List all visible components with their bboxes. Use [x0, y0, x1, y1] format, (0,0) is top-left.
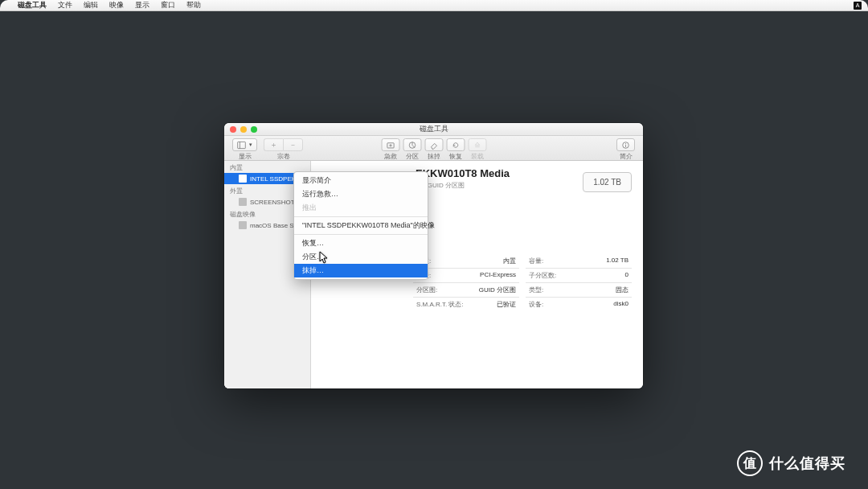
- zoom-button[interactable]: [251, 126, 257, 133]
- toolbar-label: 简介: [620, 152, 633, 161]
- menubar-item[interactable]: 文件: [58, 0, 72, 10]
- disk-subtitle: 盘 · GUID 分区图: [416, 181, 510, 190]
- ctx-restore[interactable]: 恢复…: [294, 236, 428, 250]
- cursor-icon: [319, 251, 329, 264]
- info-value: GUID 分区图: [479, 286, 516, 294]
- context-menu: 显示简介 运行急救… 推出 "INTEL SSDPEKKW010T8 Media…: [293, 171, 428, 280]
- first-aid-button[interactable]: [381, 138, 399, 151]
- disk-icon: [239, 198, 247, 206]
- restore-button[interactable]: [446, 138, 465, 151]
- toolbar: ▾ 显示 ＋ － 宗卷 急救 分区 抹掉 恢复 装载 简介: [224, 136, 643, 161]
- erase-button[interactable]: [424, 138, 443, 151]
- disk-utility-window: 磁盘工具 ▾ 显示 ＋ － 宗卷 急救 分区 抹掉 恢复 装载 简介: [224, 123, 643, 388]
- ctx-eject: 推出: [294, 201, 428, 215]
- svg-point-5: [625, 143, 626, 144]
- disk-icon: [239, 175, 247, 183]
- menubar-item[interactable]: 窗口: [161, 0, 175, 10]
- disk-info-table: 位置:内置 连接:PCI-Express 分区图:GUID 分区图 S.M.A.…: [413, 254, 632, 311]
- partition-button[interactable]: [403, 138, 421, 151]
- info-value: 1.02 TB: [606, 257, 628, 265]
- close-button[interactable]: [230, 126, 236, 133]
- disk-title: EKKW010T8 Media: [416, 167, 510, 179]
- system-menubar: 磁盘工具 文件 编辑 映像 显示 窗口 帮助 A: [0, 0, 868, 11]
- menubar-app[interactable]: 磁盘工具: [18, 0, 47, 10]
- toolbar-label: 急救: [384, 152, 397, 161]
- first-aid-icon: [386, 141, 395, 150]
- menubar-item[interactable]: 编辑: [84, 0, 98, 10]
- sidebar-icon: [237, 141, 246, 150]
- ctx-get-info[interactable]: 显示简介: [294, 174, 428, 187]
- watermark: 值 什么值得买: [737, 450, 845, 476]
- svg-rect-0: [238, 142, 246, 148]
- toolbar-label: 显示: [239, 152, 252, 161]
- minimize-button[interactable]: [240, 126, 247, 133]
- toolbar-label: 恢复: [449, 152, 462, 161]
- toolbar-label: 抹掉: [428, 152, 440, 161]
- info-key: 分区图:: [416, 286, 437, 294]
- watermark-badge: 值: [737, 450, 763, 476]
- sidebar-item-label: SCREENSHOT: [250, 199, 295, 206]
- titlebar[interactable]: 磁盘工具: [224, 123, 643, 136]
- view-button[interactable]: ▾: [232, 138, 257, 151]
- info-value: disk0: [613, 300, 628, 309]
- toolbar-view-group: ▾ 显示: [232, 138, 257, 161]
- menubar-item[interactable]: 映像: [109, 0, 124, 10]
- menubar-item[interactable]: 显示: [135, 0, 149, 10]
- info-key: 子分区数:: [529, 271, 556, 280]
- info-key: S.M.A.R.T. 状态:: [416, 300, 464, 309]
- remove-volume-button[interactable]: －: [283, 138, 303, 151]
- toolbar-label: 分区: [406, 152, 419, 161]
- ctx-separator: [294, 234, 428, 235]
- pie-icon: [407, 141, 416, 150]
- info-button[interactable]: [616, 138, 635, 151]
- erase-icon: [429, 141, 438, 150]
- info-value: PCI-Express: [480, 271, 516, 280]
- restore-icon: [451, 141, 460, 150]
- toolbar-label: 装载: [471, 152, 484, 161]
- info-key: 容量:: [529, 257, 543, 265]
- info-value: 固态: [616, 286, 628, 294]
- info-icon: [621, 141, 630, 150]
- add-volume-button[interactable]: ＋: [264, 138, 283, 151]
- ctx-partition[interactable]: 分区…: [294, 250, 428, 264]
- menubar-item[interactable]: 帮助: [186, 0, 201, 10]
- toolbar-volume-group: ＋ － 宗卷: [264, 138, 303, 161]
- disk-size-badge: 1.02 TB: [583, 172, 632, 192]
- info-value: 0: [625, 271, 628, 280]
- info-key: 设备:: [529, 300, 543, 309]
- window-title: 磁盘工具: [224, 124, 643, 134]
- ctx-erase[interactable]: 抹掉…: [294, 264, 428, 277]
- ctx-image[interactable]: "INTEL SSDPEKKW010T8 Media"的映像: [294, 219, 428, 232]
- mount-button[interactable]: [468, 138, 486, 151]
- info-value: 内置: [503, 257, 516, 265]
- info-key: 类型:: [529, 286, 543, 294]
- info-value: 已验证: [497, 300, 516, 309]
- ctx-separator: [294, 216, 428, 217]
- input-source-icon[interactable]: A: [854, 2, 862, 10]
- toolbar-label: 宗卷: [277, 152, 290, 161]
- ctx-first-aid[interactable]: 运行急救…: [294, 187, 428, 201]
- disk-image-icon: [239, 221, 247, 229]
- watermark-text: 什么值得买: [769, 454, 845, 473]
- mount-icon: [473, 141, 481, 150]
